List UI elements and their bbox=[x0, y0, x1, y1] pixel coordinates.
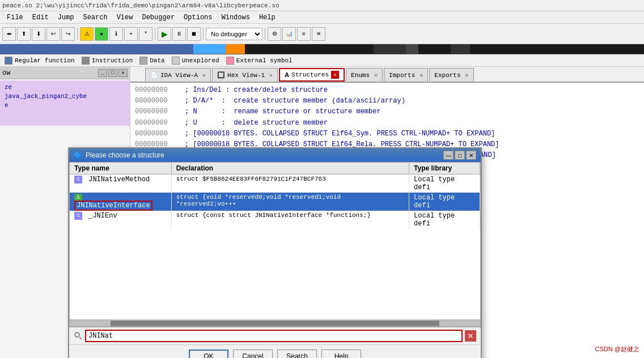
legend-regular: Regular function bbox=[5, 57, 75, 65]
dialog-title-content: 🔷 Please choose a structure bbox=[74, 151, 164, 159]
struct-decl-jninativemethod: struct $F5B8624EE83FF6F82791C1F247BCF763 bbox=[171, 174, 409, 193]
title-bar: peace.so 2;\wu\yijincc\frida\frida_demo\… bbox=[0, 0, 644, 11]
struct-name-jninativemethod: S JNINativeMethod bbox=[70, 174, 171, 193]
dialog-restore[interactable]: □ bbox=[455, 151, 465, 160]
left-panel-title: ow bbox=[2, 69, 10, 77]
left-label-java: java_jack_pingan2_cybe bbox=[2, 92, 128, 101]
toolbar-btn-stop[interactable]: ⏹ bbox=[187, 27, 201, 41]
struct-name-highlight: JNINativeInterface bbox=[74, 201, 152, 211]
col-header-declaration: Declaration bbox=[171, 163, 409, 174]
tab-label-exports: Exports bbox=[434, 72, 460, 79]
tab-icon-ida: 📄 bbox=[150, 71, 158, 79]
tab-imports[interactable]: Imports ✕ bbox=[384, 68, 428, 82]
struct-row-jninativemethod[interactable]: S JNINativeMethod struct $F5B8624EE83FF6… bbox=[70, 174, 480, 193]
tab-close-hex[interactable]: ✕ bbox=[269, 72, 273, 79]
toolbar-btn-2[interactable]: ⬆ bbox=[17, 27, 31, 41]
hscroll[interactable] bbox=[70, 319, 480, 326]
tab-bar: 📄 IDA View-A ✕ 🔲 Hex View-1 ✕ A Structur… bbox=[130, 67, 644, 83]
struct-row-jnienv[interactable]: S _JNIEnv struct {const struct JNINative… bbox=[70, 211, 480, 229]
menu-bar: File Edit Jump Search View Debugger Opti… bbox=[0, 11, 644, 24]
struct-row-jninativeinterface[interactable]: S JNINativeInterface struct {void *reser… bbox=[70, 193, 480, 211]
left-panel-restore[interactable]: □ bbox=[108, 69, 117, 77]
tab-exports[interactable]: Exports ✕ bbox=[429, 68, 473, 82]
col-header-library: Type library bbox=[409, 163, 480, 174]
dialog-search-button[interactable]: Search bbox=[277, 350, 317, 358]
toolbar-btn-1[interactable]: ⬅ bbox=[2, 27, 16, 41]
col-header-typename: Type name bbox=[70, 163, 171, 174]
tab-label-enums: Enums bbox=[351, 72, 370, 79]
search-clear-button[interactable]: ✕ bbox=[465, 330, 476, 342]
tab-close-ida[interactable]: ✕ bbox=[202, 72, 206, 79]
dialog-buttons: OK Cancel Search Help bbox=[69, 344, 481, 358]
menu-file[interactable]: File bbox=[2, 12, 28, 23]
code-line-1: 00000000 ; Ins/Del : create/delete struc… bbox=[135, 85, 639, 96]
nav-seg-5 bbox=[406, 44, 419, 54]
nav-seg-cursor bbox=[226, 44, 245, 54]
dialog-ok-button[interactable]: OK bbox=[189, 350, 228, 358]
toolbar-btn-pause[interactable]: ⏸ bbox=[172, 27, 186, 41]
legend-color-unexplored bbox=[172, 57, 180, 65]
tab-label-imports: Imports bbox=[389, 72, 415, 79]
toolbar-btn-ptr[interactable]: * bbox=[139, 27, 152, 41]
toolbar-btn-info[interactable]: ℹ bbox=[109, 27, 123, 41]
dialog-minimize[interactable]: — bbox=[443, 151, 454, 160]
tab-close-enums[interactable]: ✕ bbox=[374, 72, 378, 79]
menu-view[interactable]: View bbox=[112, 12, 138, 23]
toolbar-btn-3[interactable]: ⬇ bbox=[32, 27, 45, 41]
dialog-help-button[interactable]: Help bbox=[321, 350, 361, 358]
toolbar-btn-settings[interactable]: ⚙ bbox=[268, 27, 281, 41]
code-line-4: 00000000 ; U : delete structure member bbox=[135, 118, 639, 129]
search-icon-box bbox=[74, 331, 83, 340]
menu-search[interactable]: Search bbox=[78, 12, 112, 23]
toolbar-btn-run[interactable]: ▶ bbox=[158, 27, 171, 41]
struct-table: Type name Declaration Type library S JNI… bbox=[70, 163, 480, 229]
toolbar-btn-list[interactable]: ≡ bbox=[297, 27, 311, 41]
nav-seg-3 bbox=[245, 44, 374, 54]
tab-enums[interactable]: Enums ✕ bbox=[346, 68, 383, 82]
left-panel-close[interactable]: ✕ bbox=[118, 69, 128, 77]
toolbar-sep-3 bbox=[203, 28, 204, 40]
dialog-cancel-button[interactable]: Cancel bbox=[233, 350, 273, 358]
dialog-titlebar: 🔷 Please choose a structure — □ ✕ bbox=[69, 148, 481, 162]
menu-debugger[interactable]: Debugger bbox=[137, 12, 179, 23]
left-label-ze: ze bbox=[2, 83, 128, 92]
left-label-e: e bbox=[2, 101, 128, 110]
tab-ida-view-a[interactable]: 📄 IDA View-A ✕ bbox=[145, 68, 211, 82]
tab-close-imports[interactable]: ✕ bbox=[420, 72, 423, 79]
tab-close-structures[interactable]: ✕ bbox=[331, 71, 339, 79]
dialog-controls: — □ ✕ bbox=[443, 151, 476, 160]
menu-jump[interactable]: Jump bbox=[53, 12, 79, 23]
legend-instruction: Instruction bbox=[82, 57, 133, 65]
toolbar-btn-cross[interactable]: ✕ bbox=[312, 27, 325, 41]
svg-point-0 bbox=[75, 333, 79, 337]
toolbar-btn-5[interactable]: ↪ bbox=[61, 27, 75, 41]
legend-label-unexplored: Unexplored bbox=[182, 57, 219, 64]
toolbar-btn-4[interactable]: ↩ bbox=[46, 27, 60, 41]
dialog-title-text-label: Please choose a structure bbox=[86, 151, 164, 159]
debugger-dropdown[interactable]: No debugger bbox=[206, 28, 262, 40]
toolbar-btn-graph[interactable]: 📊 bbox=[282, 27, 296, 41]
legend-external: External symbol bbox=[226, 57, 293, 65]
toolbar: ⬅ ⬆ ⬇ ↩ ↪ ⚠ ● ℹ + * ▶ ⏸ ⏹ No debugger ⚙ … bbox=[0, 24, 644, 44]
tab-structures[interactable]: A Structures ✕ bbox=[279, 68, 345, 82]
legend-color-instruction bbox=[82, 57, 90, 65]
menu-help[interactable]: Help bbox=[255, 12, 280, 23]
tab-close-exports[interactable]: ✕ bbox=[465, 72, 469, 79]
menu-windows[interactable]: Windows bbox=[217, 12, 255, 23]
dialog-close[interactable]: ✕ bbox=[466, 151, 476, 160]
code-line-5: 00000000 ; [00000018 BYTES. COLLAPSED ST… bbox=[135, 129, 639, 139]
toolbar-btn-plus[interactable]: + bbox=[124, 27, 138, 41]
menu-edit[interactable]: Edit bbox=[28, 12, 53, 23]
left-panel-min[interactable]: _ bbox=[98, 69, 107, 77]
toolbar-btn-green[interactable]: ● bbox=[95, 27, 108, 41]
left-panel-content: ze java_jack_pingan2_cybe e bbox=[0, 80, 130, 126]
tab-hex-view[interactable]: 🔲 Hex View-1 ✕ bbox=[212, 68, 278, 82]
hscroll-thumb[interactable] bbox=[111, 321, 439, 326]
legend-label-instruction: Instruction bbox=[92, 57, 133, 64]
toolbar-btn-warning[interactable]: ⚠ bbox=[80, 27, 94, 41]
struct-name-jninativeinterface: S JNINativeInterface bbox=[70, 193, 171, 211]
dialog-icon: 🔷 bbox=[74, 151, 82, 159]
search-input[interactable] bbox=[85, 330, 463, 342]
legend-label-external: External symbol bbox=[236, 57, 293, 64]
menu-options[interactable]: Options bbox=[179, 12, 217, 23]
